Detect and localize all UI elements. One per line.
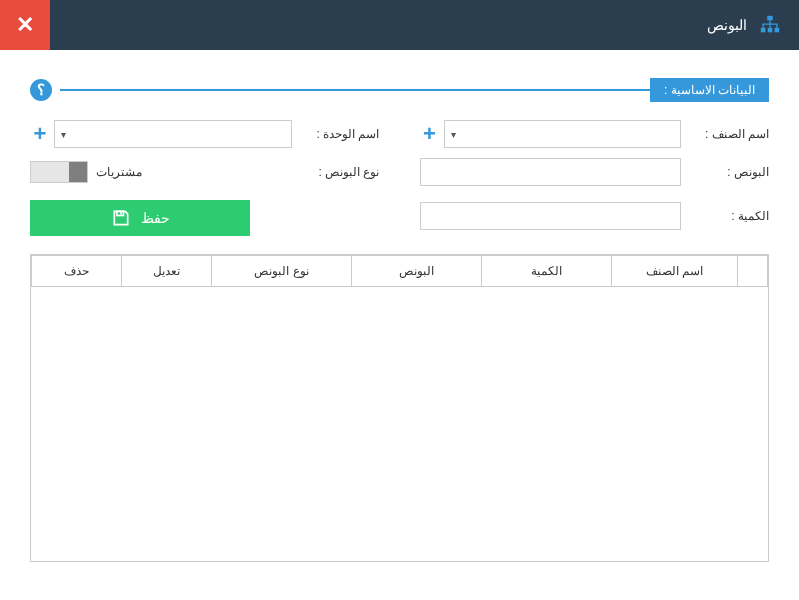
col-bonus[interactable]: البونص — [352, 256, 482, 287]
col-edit[interactable]: تعديل — [122, 256, 212, 287]
window-header: البونص ✕ — [0, 0, 799, 50]
toggle-knob — [69, 162, 87, 182]
purchases-toggle[interactable] — [30, 161, 88, 183]
header-right: البونص — [707, 14, 781, 36]
section-divider — [60, 89, 650, 91]
bonus-label: البونص : — [689, 165, 769, 179]
qty-input[interactable] — [420, 202, 682, 230]
item-name-label: اسم الصنف : — [689, 127, 769, 141]
svg-rect-2 — [768, 28, 773, 33]
window-title: البونص — [707, 17, 747, 33]
add-item-button[interactable]: + — [420, 121, 440, 147]
unit-name-row: اسم الوحدة : + — [30, 120, 380, 148]
col-delete[interactable]: حذف — [32, 256, 122, 287]
save-button[interactable]: حفظ — [30, 200, 250, 236]
svg-rect-1 — [761, 28, 766, 33]
close-button[interactable]: ✕ — [0, 0, 50, 50]
save-row: حفظ — [30, 196, 380, 236]
item-name-row: اسم الصنف : + — [420, 120, 770, 148]
form-grid: اسم الصنف : + اسم الوحدة : + البونص : نو… — [30, 120, 769, 236]
table-header-row: اسم الصنف الكمية البونص نوع البونص تعديل… — [32, 256, 768, 287]
qty-row: الكمية : — [420, 196, 770, 236]
col-bonus-type[interactable]: نوع البونص — [212, 256, 352, 287]
section-header: البيانات الاساسية : ؟ — [30, 78, 769, 102]
unit-name-select[interactable] — [54, 120, 292, 148]
save-icon — [111, 208, 131, 228]
item-name-select[interactable] — [444, 120, 682, 148]
svg-rect-0 — [767, 16, 773, 21]
row-indicator-col — [738, 256, 768, 287]
bonus-type-label: نوع البونص : — [300, 165, 380, 179]
add-unit-button[interactable]: + — [30, 121, 50, 147]
close-icon: ✕ — [16, 12, 34, 38]
help-button[interactable]: ؟ — [30, 79, 52, 101]
help-icon: ؟ — [37, 81, 45, 99]
bonus-row: البونص : — [420, 158, 770, 186]
sitemap-icon — [759, 14, 781, 36]
data-table: اسم الصنف الكمية البونص نوع البونص تعديل… — [31, 255, 768, 557]
unit-name-label: اسم الوحدة : — [300, 127, 380, 141]
table-empty-body — [32, 287, 768, 557]
save-label: حفظ — [141, 210, 170, 226]
col-qty[interactable]: الكمية — [482, 256, 612, 287]
svg-rect-3 — [775, 28, 780, 33]
content-area: البيانات الاساسية : ؟ اسم الصنف : + اسم … — [0, 50, 799, 582]
bonus-type-row: نوع البونص : مشتريات — [30, 158, 380, 186]
toggle-label: مشتريات — [96, 165, 142, 179]
col-item-name[interactable]: اسم الصنف — [612, 256, 738, 287]
bonus-input[interactable] — [420, 158, 682, 186]
qty-label: الكمية : — [689, 209, 769, 223]
svg-rect-5 — [120, 212, 122, 215]
data-table-wrap: اسم الصنف الكمية البونص نوع البونص تعديل… — [30, 254, 769, 562]
section-label: البيانات الاساسية : — [650, 78, 769, 102]
